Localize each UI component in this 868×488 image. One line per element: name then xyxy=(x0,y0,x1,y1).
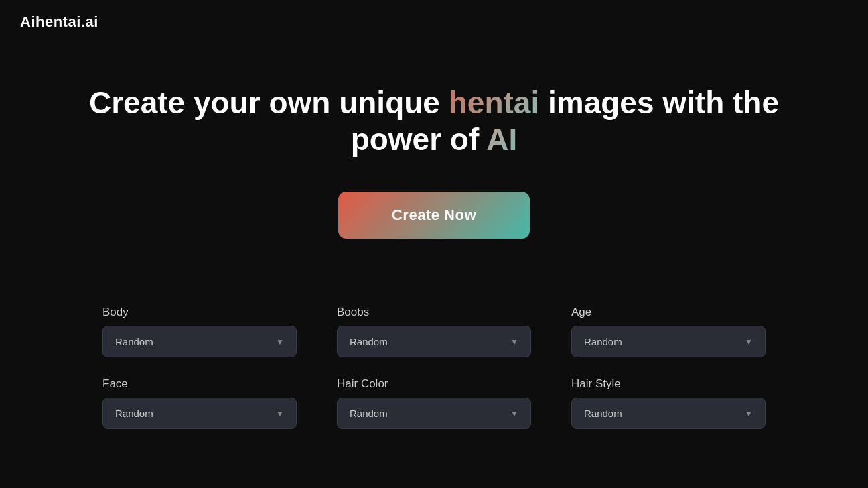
chevron-down-icon: ▼ xyxy=(510,337,518,347)
hero-title: Create your own unique hentai images wit… xyxy=(66,84,802,158)
hair-style-label: Hair Style xyxy=(571,377,766,391)
hero-title-ai: AI xyxy=(486,122,517,157)
hair-style-value: Random xyxy=(584,408,622,419)
face-value: Random xyxy=(115,408,153,419)
hair-color-label: Hair Color xyxy=(337,377,531,391)
boobs-select[interactable]: Random ▼ xyxy=(337,326,531,357)
options-column-3: Age Random ▼ Hair Style Random ▼ xyxy=(571,306,766,429)
age-value: Random xyxy=(584,336,622,347)
boobs-value: Random xyxy=(350,336,388,347)
face-select[interactable]: Random ▼ xyxy=(102,398,297,429)
logo: Aihentai.ai xyxy=(20,13,848,31)
option-group-boobs: Boobs Random ▼ xyxy=(337,306,531,357)
option-group-face: Face Random ▼ xyxy=(102,377,297,429)
hair-style-select[interactable]: Random ▼ xyxy=(571,398,766,429)
header: Aihentai.ai xyxy=(0,0,868,44)
body-value: Random xyxy=(115,336,153,347)
chevron-down-icon: ▼ xyxy=(745,409,753,418)
options-column-2: Boobs Random ▼ Hair Color Random ▼ xyxy=(337,306,531,429)
age-select[interactable]: Random ▼ xyxy=(571,326,766,357)
options-column-1: Body Random ▼ Face Random ▼ xyxy=(102,306,297,429)
chevron-down-icon: ▼ xyxy=(745,337,753,347)
body-label: Body xyxy=(102,306,297,319)
options-section: Body Random ▼ Face Random ▼ Boobs Random… xyxy=(0,265,868,442)
face-label: Face xyxy=(102,377,297,391)
body-select[interactable]: Random ▼ xyxy=(102,326,297,357)
chevron-down-icon: ▼ xyxy=(276,337,284,347)
hair-color-select[interactable]: Random ▼ xyxy=(337,398,531,429)
hero-title-before: Create your own unique xyxy=(89,85,449,120)
hair-color-value: Random xyxy=(350,408,388,419)
age-label: Age xyxy=(571,306,766,319)
hero-title-hentai: hentai xyxy=(449,85,539,120)
create-now-button[interactable]: Create Now xyxy=(338,192,530,239)
option-group-hair-color: Hair Color Random ▼ xyxy=(337,377,531,429)
option-group-hair-style: Hair Style Random ▼ xyxy=(571,377,766,429)
chevron-down-icon: ▼ xyxy=(276,409,284,418)
option-group-age: Age Random ▼ xyxy=(571,306,766,357)
option-group-body: Body Random ▼ xyxy=(102,306,297,357)
chevron-down-icon: ▼ xyxy=(510,409,518,418)
boobs-label: Boobs xyxy=(337,306,531,319)
hero-section: Create your own unique hentai images wit… xyxy=(0,44,868,265)
